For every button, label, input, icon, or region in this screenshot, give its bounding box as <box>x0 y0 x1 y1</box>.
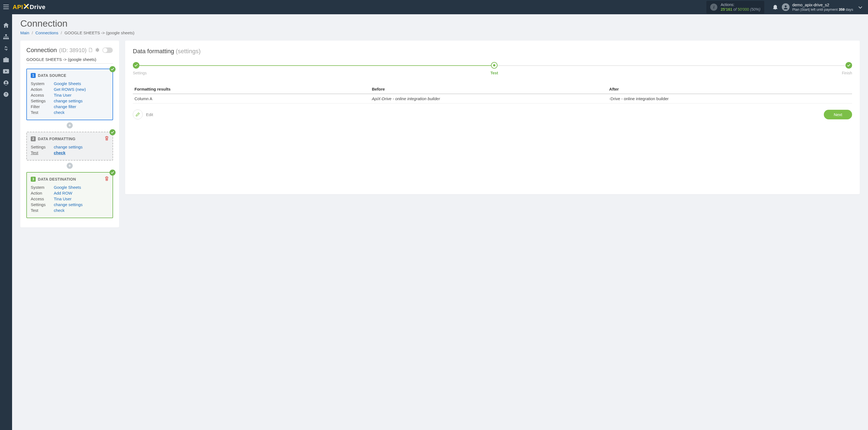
table-row: Column A ApiX-Drive - online integration… <box>133 94 852 103</box>
sitemap-icon <box>3 34 9 40</box>
data-formatting-title: DATA FORMATTING <box>38 137 75 141</box>
data-source-box: 1 DATA SOURCE SystemGoogle Sheets Action… <box>26 69 113 120</box>
step-finish[interactable]: Finish <box>842 62 852 75</box>
source-system-link[interactable]: Google Sheets <box>54 81 81 86</box>
breadcrumb-current: GOOGLE SHEETS -> (google sheets) <box>64 30 134 35</box>
home-icon <box>3 23 9 29</box>
check-badge <box>110 170 116 176</box>
check-icon <box>111 68 114 70</box>
formatting-results-table: Formatting results Before After Column A… <box>133 85 852 103</box>
source-settings-link[interactable]: change settings <box>54 98 83 103</box>
source-access-link[interactable]: Tina User <box>54 93 71 97</box>
row-label: Action <box>31 87 53 92</box>
sidebar-item-account[interactable] <box>0 78 12 89</box>
data-destination-box: 3 DATA DESTINATION SystemGoogle Sheets A… <box>26 172 113 218</box>
data-destination-title: DATA DESTINATION <box>38 177 76 181</box>
menu-icon <box>3 5 9 10</box>
row-label: Settings <box>31 202 53 207</box>
row-label: Access <box>31 196 53 201</box>
sidebar-item-billing[interactable] <box>0 43 12 54</box>
col-after: After <box>608 85 852 94</box>
step-test[interactable]: Test <box>490 62 498 75</box>
format-settings-link[interactable]: change settings <box>54 145 83 149</box>
trash-icon <box>105 177 109 182</box>
connection-toggle[interactable] <box>102 48 113 53</box>
header: API Drive i Actions: 25'161 of 50'000 (5… <box>0 0 868 14</box>
col-formatting-results: Formatting results <box>133 85 370 94</box>
logo[interactable]: API Drive <box>12 3 45 11</box>
chevron-down-icon <box>858 5 862 10</box>
format-test-link[interactable]: check <box>54 150 66 155</box>
connection-name[interactable]: GOOGLE SHEETS -> (google sheets) <box>26 57 113 64</box>
breadcrumb-connections[interactable]: Connections <box>35 30 58 35</box>
delete-destination-button[interactable] <box>105 177 109 182</box>
breadcrumb: Main / Connections / GOOGLE SHEETS -> (g… <box>20 30 860 35</box>
check-icon <box>111 171 114 174</box>
delete-formatting-button[interactable] <box>105 136 109 141</box>
dest-action-link[interactable]: Add ROW <box>54 191 72 195</box>
edit-button[interactable]: Edit <box>133 110 153 119</box>
breadcrumb-main[interactable]: Main <box>20 30 29 35</box>
svg-rect-2 <box>3 38 5 39</box>
source-action-link[interactable]: Get ROWS (new) <box>54 87 86 92</box>
add-step-button[interactable]: + <box>67 163 73 169</box>
main: Connection Main / Connections / GOOGLE S… <box>12 14 868 236</box>
actions-counter[interactable]: i Actions: 25'161 of 50'000 (50%) <box>706 1 764 14</box>
logo-drive: Drive <box>30 4 45 11</box>
cell-before: ApiX-Drive - online integration builder <box>370 94 608 103</box>
data-formatting-panel: Data formatting (settings) Settings Test <box>125 41 860 194</box>
briefcase-icon <box>3 57 9 63</box>
connection-panel: Connection (ID: 38910) GOOGLE SHEETS -> … <box>20 41 119 227</box>
settings-button[interactable] <box>95 48 99 53</box>
step-settings[interactable]: Settings <box>133 62 147 75</box>
col-before: Before <box>370 85 608 94</box>
copy-button[interactable] <box>89 48 92 53</box>
cell-after: -Drive - online integration builder <box>608 94 852 103</box>
row-label: Test <box>31 150 53 155</box>
dest-settings-link[interactable]: change settings <box>54 202 83 207</box>
source-test-link[interactable]: check <box>54 110 64 115</box>
svg-point-0 <box>784 5 786 7</box>
actions-label: Actions: <box>721 2 761 7</box>
row-label: System <box>31 81 53 86</box>
check-icon <box>111 131 114 134</box>
notifications-button[interactable] <box>770 4 781 10</box>
user-menu[interactable]: demo_apix-drive_s2 Plan |Start| left unt… <box>782 2 853 12</box>
svg-rect-3 <box>5 38 7 39</box>
svg-rect-1 <box>5 34 7 36</box>
row-label: Access <box>31 93 53 97</box>
sidebar-item-video[interactable] <box>0 66 12 78</box>
source-filter-link[interactable]: change filter <box>54 104 76 109</box>
actions-values: 25'161 of 50'000 (50%) <box>721 7 761 12</box>
next-button[interactable]: Next <box>824 110 852 119</box>
sidebar-item-home[interactable] <box>0 20 12 31</box>
pencil-icon <box>135 112 140 117</box>
dest-system-link[interactable]: Google Sheets <box>54 185 81 190</box>
step-badge-2: 2 <box>31 136 36 141</box>
dest-access-link[interactable]: Tina User <box>54 196 71 201</box>
avatar-icon <box>782 3 789 11</box>
step-badge-1: 1 <box>31 73 36 78</box>
sidebar-item-tasks[interactable] <box>0 54 12 66</box>
youtube-icon <box>3 69 9 74</box>
step-current-icon <box>491 62 498 69</box>
cell-column: Column A <box>133 94 370 103</box>
data-source-title: DATA SOURCE <box>38 73 66 78</box>
edit-label: Edit <box>146 112 153 117</box>
row-label: System <box>31 185 53 190</box>
check-badge <box>110 66 116 72</box>
svg-rect-4 <box>7 38 9 39</box>
dest-test-link[interactable]: check <box>54 208 64 213</box>
user-menu-chevron[interactable] <box>855 5 866 10</box>
sidebar-item-help[interactable]: ? <box>0 89 12 100</box>
row-label: Settings <box>31 145 53 149</box>
edit-icon-circle <box>133 110 143 119</box>
info-icon: i <box>710 4 717 11</box>
right-title: Data formatting (settings) <box>133 48 852 55</box>
document-icon <box>89 48 92 53</box>
connection-id: (ID: 38910) <box>59 47 87 54</box>
sidebar-item-connections[interactable] <box>0 31 12 43</box>
row-label: Filter <box>31 104 53 109</box>
add-step-button[interactable]: + <box>67 122 73 128</box>
hamburger-menu[interactable] <box>0 0 12 14</box>
